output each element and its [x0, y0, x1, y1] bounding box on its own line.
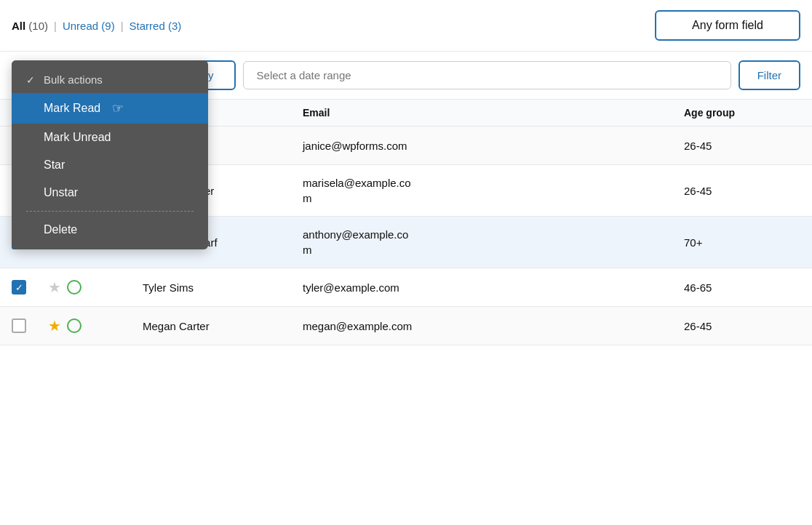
filter-button[interactable]: Filter — [739, 60, 800, 90]
dropdown-mark-read-label: Mark Read — [44, 102, 100, 115]
star-empty-icon[interactable]: ★ — [48, 278, 61, 296]
tab-group: All (10) | Unread (9) | Starred (3) — [12, 20, 648, 32]
dropdown-unstar-label: Unstar — [44, 186, 78, 199]
row-email: anthony@example.com — [303, 227, 684, 257]
row-name: Tyler Sims — [143, 281, 303, 294]
dropdown-item-star[interactable]: Star — [12, 151, 208, 179]
action-bar: Bulk actions ✓ Bulk actions Mark Read ☞ … — [0, 52, 812, 100]
dropdown-delete-label: Delete — [44, 223, 77, 236]
dropdown-item-mark-read[interactable]: Mark Read ☞ — [12, 93, 208, 124]
bulk-actions-wrapper: Bulk actions ✓ Bulk actions Mark Read ☞ … — [12, 60, 157, 90]
unread-circle-icon — [67, 318, 81, 333]
row-icons: ★ — [48, 317, 143, 334]
dropdown-mark-unread-label: Mark Unread — [44, 131, 111, 144]
checkbox-unchecked[interactable] — [12, 318, 26, 333]
bulk-actions-dropdown: ✓ Bulk actions Mark Read ☞ Mark Unread S… — [12, 60, 208, 249]
tab-all-count: (10) — [28, 20, 48, 32]
row-age-group: 70+ — [684, 236, 800, 249]
dropdown-separator — [26, 211, 194, 212]
tab-starred[interactable]: Starred (3) — [130, 20, 182, 32]
col-email: Email — [303, 107, 684, 119]
tab-all[interactable]: All (10) — [12, 20, 48, 32]
tab-starred-count: (3) — [168, 20, 181, 32]
row-email: megan@example.com — [303, 318, 684, 334]
checkmark: ✓ — [15, 282, 23, 293]
tab-starred-label: Starred — [130, 20, 165, 32]
row-email: janice@wpforms.com — [303, 138, 684, 153]
tab-all-label: All — [12, 20, 25, 32]
star-filled-icon[interactable]: ★ — [48, 317, 61, 334]
row-email: tyler@example.com — [303, 280, 684, 295]
separator-1: | — [54, 20, 57, 32]
separator-2: | — [121, 20, 124, 32]
row-email: marisela@example.com — [303, 175, 684, 206]
top-bar: All (10) | Unread (9) | Starred (3) Any … — [0, 0, 812, 52]
row-name: Megan Carter — [143, 320, 303, 332]
col-age-group: Age group — [684, 107, 800, 119]
dropdown-item-mark-unread[interactable]: Mark Unread — [12, 124, 208, 151]
tab-unread[interactable]: Unread (9) — [63, 20, 115, 32]
row-age-group: 26-45 — [684, 320, 800, 332]
tab-unread-count: (9) — [101, 20, 114, 32]
unread-circle-icon — [67, 280, 81, 294]
row-checkbox[interactable] — [12, 318, 48, 333]
row-age-group: 46-65 — [684, 281, 800, 294]
row-icons: ★ — [48, 278, 143, 296]
tab-unread-label: Unread — [63, 20, 98, 32]
row-age-group: 26-45 — [684, 140, 800, 152]
row-age-group: 26-45 — [684, 185, 800, 197]
dropdown-item-unstar[interactable]: Unstar — [12, 179, 208, 207]
checkbox-checked[interactable]: ✓ — [12, 280, 26, 294]
dropdown-item-delete[interactable]: Delete — [12, 216, 208, 244]
dropdown-star-label: Star — [44, 159, 65, 172]
form-field-label: Any form field — [692, 19, 763, 31]
filter-label: Filter — [757, 69, 781, 81]
checkmark-icon: ✓ — [26, 74, 38, 86]
dropdown-item-label: Bulk actions — [44, 73, 103, 86]
table-row: ★ Megan Carter megan@example.com 26-45 — [0, 307, 812, 345]
form-field-selector[interactable]: Any form field — [655, 10, 800, 41]
row-checkbox[interactable]: ✓ — [12, 280, 48, 294]
table-row: ✓ ★ Tyler Sims tyler@example.com 46-65 — [0, 268, 812, 307]
dropdown-item-bulk-actions[interactable]: ✓ Bulk actions — [12, 66, 208, 93]
date-range-input[interactable] — [243, 61, 731, 89]
cursor-icon: ☞ — [112, 100, 124, 116]
